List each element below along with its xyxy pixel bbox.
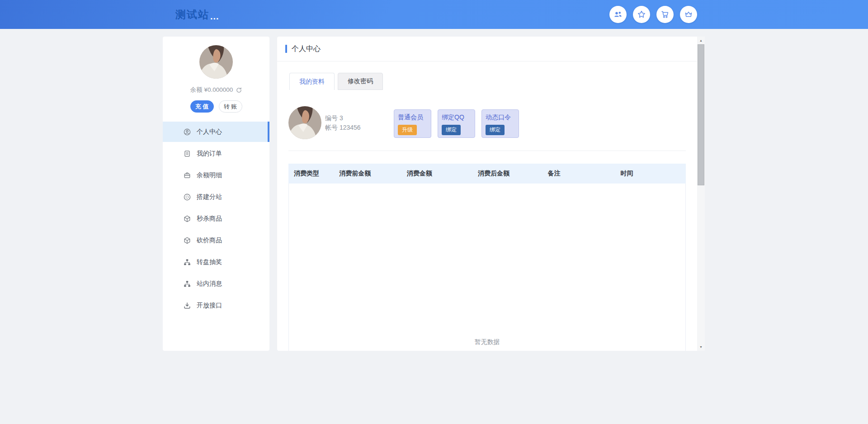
balance-actions: 充 值 转 账 <box>163 100 269 113</box>
tab-change-password[interactable]: 修改密码 <box>338 73 383 90</box>
column-header: 时间 <box>615 170 686 178</box>
recharge-button[interactable]: 充 值 <box>190 100 214 113</box>
top-header: 测试站... <box>0 0 868 29</box>
column-header: 消费类型 <box>288 170 334 178</box>
sidebar-item-label: 余额明细 <box>197 171 222 179</box>
sidebar-item-label: 秒杀商品 <box>197 215 222 223</box>
user-id-label: 编号 3 <box>325 113 394 123</box>
tab-my-profile[interactable]: 我的资料 <box>289 73 335 90</box>
bind-qq-card-title: 绑定QQ <box>442 113 475 122</box>
user-account-label: 帐号 123456 <box>325 123 394 132</box>
membership-card: 普通会员 升级 <box>394 109 431 138</box>
title-accent-bar <box>285 45 287 53</box>
site-logo-dots: ... <box>210 11 219 22</box>
profile-cards: 普通会员 升级 绑定QQ 绑定 动态口令 绑定 <box>394 109 519 138</box>
empty-state-text: 暂无数据 <box>475 338 500 346</box>
bind-qq-card: 绑定QQ 绑定 <box>438 109 475 138</box>
balance-row: 余额 ¥0.000000 <box>163 86 269 94</box>
star-icon[interactable] <box>633 6 650 23</box>
sidebar-item-label: 开放接口 <box>197 302 222 310</box>
sidebar-item-balance-detail[interactable]: 余额明细 <box>163 165 269 185</box>
wallet-icon <box>184 172 191 179</box>
main-panel: 个人中心 我的资料 修改密码 编号 3 帐号 123456 普通会员 升级 绑 <box>277 37 697 351</box>
sidebar-item-personal-center[interactable]: 个人中心 <box>163 122 269 142</box>
otp-card: 动态口令 绑定 <box>481 109 519 138</box>
sitemap-icon <box>184 259 191 266</box>
column-header: 备注 <box>542 170 615 178</box>
download-icon <box>184 302 191 309</box>
table-body: 暂无数据 <box>288 184 686 351</box>
order-icon <box>184 150 191 157</box>
section-divider <box>288 151 686 151</box>
site-logo[interactable]: 测试站... <box>175 0 219 29</box>
scrollbar-up-arrow[interactable]: ▲ <box>697 37 705 44</box>
site-logo-text: 测试站 <box>175 8 209 22</box>
sidebar-item-my-orders[interactable]: 我的订单 <box>163 143 269 164</box>
table-header-row: 消费类型 消费前金额 消费金额 消费后金额 备注 时间 <box>288 164 686 184</box>
sidebar-item-substation[interactable]: 搭建分站 <box>163 187 269 207</box>
sidebar-item-label: 站内消息 <box>197 280 222 288</box>
cube-icon <box>184 215 191 222</box>
substation-icon <box>184 193 191 201</box>
sidebar-item-bargain[interactable]: 砍价商品 <box>163 230 269 250</box>
sidebar-item-label: 转盘抽奖 <box>197 258 222 266</box>
sidebar-item-open-api[interactable]: 开放接口 <box>163 295 269 316</box>
column-header: 消费前金额 <box>334 170 401 178</box>
upgrade-button[interactable]: 升级 <box>398 125 417 135</box>
sidebar: 余额 ¥0.000000 充 值 转 账 个人中心 <box>163 37 269 351</box>
cart-icon[interactable] <box>656 6 674 23</box>
refresh-balance-icon[interactable] <box>236 87 242 93</box>
user-icon <box>184 128 191 136</box>
profile-avatar <box>288 106 321 139</box>
tabs: 我的资料 修改密码 <box>289 73 697 90</box>
main-scrollbar[interactable]: ▲ ▼ <box>697 37 705 351</box>
header-icon-group <box>609 6 697 23</box>
sidebar-item-label: 搭建分站 <box>197 193 222 201</box>
sidebar-item-label: 砍价商品 <box>197 236 222 245</box>
scrollbar-down-arrow[interactable]: ▼ <box>697 343 705 351</box>
sidebar-item-lottery[interactable]: 转盘抽奖 <box>163 252 269 272</box>
balance-label: 余额 ¥0.000000 <box>190 86 233 94</box>
transfer-button[interactable]: 转 账 <box>219 100 242 113</box>
crown-icon[interactable] <box>680 6 697 23</box>
profile-info: 编号 3 帐号 123456 <box>325 106 394 139</box>
sidebar-item-label: 个人中心 <box>197 128 222 136</box>
profile-section: 编号 3 帐号 123456 普通会员 升级 绑定QQ 绑定 动态口令 绑定 <box>288 106 697 139</box>
scrollbar-thumb[interactable] <box>698 44 704 185</box>
column-header: 消费后金额 <box>472 170 542 178</box>
panel-title-row: 个人中心 <box>277 37 697 61</box>
sidebar-item-flash-sale[interactable]: 秒杀商品 <box>163 208 269 229</box>
cube-icon <box>184 237 191 244</box>
consumption-table: 消费类型 消费前金额 消费金额 消费后金额 备注 时间 暂无数据 <box>288 164 686 351</box>
user-avatar <box>199 45 233 79</box>
sidebar-item-label: 我的订单 <box>197 150 222 158</box>
sitemap-icon <box>184 280 191 287</box>
otp-card-title: 动态口令 <box>486 113 519 122</box>
sidebar-menu: 个人中心 我的订单 余额明细 搭建分站 <box>163 122 269 316</box>
page-title: 个人中心 <box>292 44 321 54</box>
column-header: 消费金额 <box>401 170 472 178</box>
bind-qq-button[interactable]: 绑定 <box>442 125 461 135</box>
members-icon[interactable] <box>609 6 627 23</box>
bind-otp-button[interactable]: 绑定 <box>486 125 505 135</box>
sidebar-item-messages[interactable]: 站内消息 <box>163 273 269 294</box>
membership-card-title: 普通会员 <box>398 113 431 122</box>
